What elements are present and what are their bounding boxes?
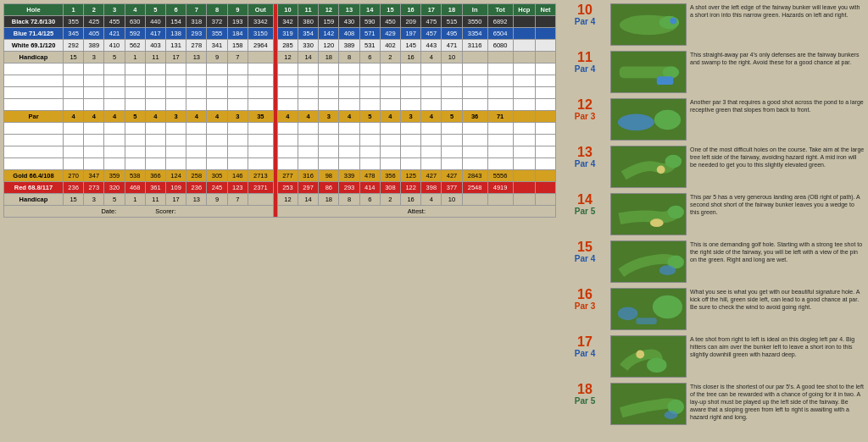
- hole-label-17: 17Par 4: [563, 335, 607, 358]
- scorer-label: Scorer:: [155, 207, 175, 215]
- hole-image-10: [610, 3, 687, 46]
- gold-label: Gold 66.4/108: [4, 170, 64, 182]
- hole-desc-15: This is one demanding golf hole. Startin…: [690, 240, 865, 263]
- hole-image-13: [610, 146, 687, 188]
- svg-point-7: [663, 67, 680, 79]
- hole-par-10: Par 4: [563, 17, 607, 26]
- handicap-label: Handicap: [4, 52, 64, 64]
- hole-number-14: 14: [563, 193, 607, 207]
- hole-image-16: [610, 288, 687, 330]
- hole-16: 16: [401, 4, 421, 16]
- hole-2: 2: [84, 4, 104, 16]
- svg-point-4: [670, 18, 676, 25]
- hole-5: 5: [145, 4, 165, 16]
- svg-point-20: [659, 265, 676, 275]
- hole-number-18: 18: [563, 383, 607, 396]
- hole-1: 1: [64, 4, 84, 16]
- hole-image-15: [610, 240, 687, 283]
- svg-point-17: [650, 218, 664, 227]
- hole-label-12: 12Par 3: [563, 98, 607, 121]
- hole-8: 8: [207, 4, 227, 16]
- hole-tot: Tot: [487, 4, 513, 16]
- score-table: Hole 1 2 3 4 5 6 7 8 9 Out 10 11 12 13 1…: [3, 3, 556, 218]
- hole-label-13: 13Par 4: [563, 146, 607, 169]
- hole-11: 11: [298, 4, 319, 16]
- svg-rect-8: [657, 76, 674, 85]
- date-label: Date:: [101, 207, 116, 215]
- hole-desc-18: This closer is the shortest of our par 5…: [690, 383, 865, 421]
- hole-label-16: 16Par 3: [563, 288, 607, 311]
- hole-desc-11: This straight-away par 4's only defenses…: [690, 51, 865, 66]
- svg-point-11: [618, 114, 654, 131]
- hole-label-18: 18Par 5: [563, 383, 607, 406]
- svg-point-14: [657, 165, 665, 174]
- hole-12: 12: [319, 4, 339, 16]
- hole-9: 9: [227, 4, 248, 16]
- hole-par-12: Par 3: [563, 112, 607, 121]
- svg-rect-24: [636, 318, 656, 324]
- attest-label: Attest:: [408, 207, 426, 215]
- hole-entry-13: 13Par 4 One of the most difficult holes …: [563, 146, 865, 188]
- hole-label: Hole: [4, 4, 64, 16]
- hole-entry-16: 16Par 3 What you see is what you get wit…: [563, 288, 865, 330]
- svg-point-30: [665, 411, 678, 419]
- hole-label-11: 11Par 4: [563, 51, 607, 74]
- hole-desc-16: What you see is what you get with our be…: [690, 288, 865, 311]
- scorecard: Hole 1 2 3 4 5 6 7 8 9 Out 10 11 12 13 1…: [0, 0, 559, 442]
- hole-number-15: 15: [563, 240, 607, 254]
- hole-label-14: 14Par 5: [563, 193, 607, 216]
- hole-image-12: [610, 98, 687, 141]
- hole-entry-17: 17Par 4 A tee shot from right to left is…: [563, 335, 865, 378]
- hole-entry-18: 18Par 5 This closer is the shortest of o…: [563, 383, 865, 425]
- hole-entry-15: 15Par 4 This is one demanding golf hole.…: [563, 240, 865, 283]
- hole-3: 3: [104, 4, 125, 16]
- hole-entry-10: 10Par 4 A shot over the left edge of the…: [563, 3, 865, 46]
- hole-desc-17: A tee shot from right to left is ideal o…: [690, 335, 865, 358]
- hole-image-18: [610, 383, 687, 425]
- footer-left: Date: Scorer:: [4, 206, 274, 218]
- hole-descriptions-panel: 10Par 4 A shot over the left edge of the…: [559, 0, 868, 442]
- hole-net: Net: [536, 4, 556, 16]
- hole-entry-12: 12Par 3 Another par 3 that requires a go…: [563, 98, 865, 141]
- hole-number-12: 12: [563, 98, 607, 112]
- hole-desc-12: Another par 3 that requires a good shot …: [690, 98, 865, 113]
- hole-7: 7: [186, 4, 207, 16]
- hole-14: 14: [359, 4, 380, 16]
- red-label: Red 68.8/117: [4, 182, 64, 194]
- hole-desc-10: A shot over the left edge of the fairway…: [690, 3, 865, 19]
- hole-par-14: Par 5: [563, 207, 607, 216]
- handicap2-label: Handicap: [4, 194, 64, 206]
- white-label: White 69.1/120: [4, 40, 64, 52]
- hole-par-13: Par 4: [563, 159, 607, 169]
- svg-point-16: [667, 206, 684, 219]
- hole-par-11: Par 4: [563, 64, 607, 74]
- hole-par-17: Par 4: [563, 349, 607, 358]
- hole-4: 4: [125, 4, 145, 16]
- hole-entry-14: 14Par 5 This par 5 has a very generous l…: [563, 193, 865, 235]
- hole-desc-14: This par 5 has a very generous landing a…: [690, 193, 865, 216]
- hole-image-17: [610, 335, 687, 378]
- hole-13: 13: [339, 4, 359, 16]
- hole-15: 15: [380, 4, 400, 16]
- black-label: Black 72.6/130: [4, 16, 64, 28]
- svg-point-22: [653, 296, 682, 318]
- hole-entry-11: 11Par 4 This straight-away par 4's only …: [563, 51, 865, 93]
- hole-in: In: [462, 4, 487, 16]
- hole-number-13: 13: [563, 146, 607, 159]
- svg-point-13: [665, 155, 682, 169]
- hole-out: Out: [248, 4, 273, 16]
- hole-18: 18: [442, 4, 462, 16]
- hole-image-11: [610, 51, 687, 93]
- hole-number-16: 16: [563, 288, 607, 301]
- hole-desc-13: One of the most difficult holes on the c…: [690, 146, 865, 169]
- hole-par-16: Par 3: [563, 301, 607, 311]
- hole-hcp: Hcp: [513, 4, 536, 16]
- blue-label: Blue 71.4/125: [4, 28, 64, 40]
- par-label: Par: [4, 111, 64, 123]
- svg-point-27: [636, 351, 644, 359]
- hole-number-10: 10: [563, 3, 607, 17]
- hole-par-15: Par 4: [563, 254, 607, 263]
- svg-point-23: [618, 307, 637, 321]
- hole-label-15: 15Par 4: [563, 240, 607, 263]
- svg-point-26: [647, 357, 666, 373]
